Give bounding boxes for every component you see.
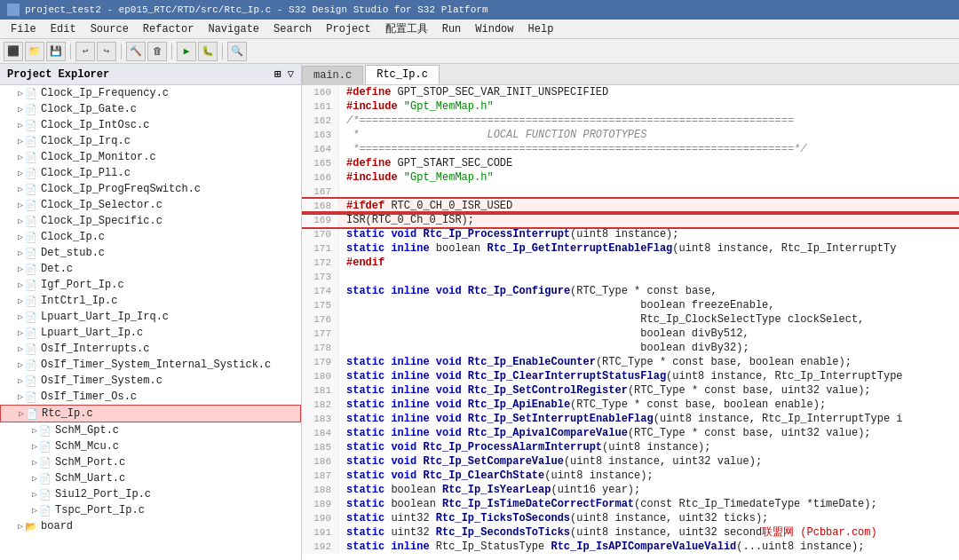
sidebar-item-Clock_Ip_Frequency_c[interactable]: ▷ 📄 Clock_Ip_Frequency.c: [0, 85, 301, 101]
sidebar-item-OsIf_Timer_Os_c[interactable]: ▷ 📄 OsIf_Timer_Os.c: [0, 389, 301, 405]
menu-item-project[interactable]: Project: [319, 21, 377, 37]
toolbar: ⬛ 📁 💾 ↩ ↪ 🔨 🗑 ▶ 🐛 🔍: [0, 39, 959, 64]
sidebar-item-Det_c[interactable]: ▷ 📄 Det.c: [0, 261, 301, 277]
toolbar-btn-7[interactable]: 🗑: [147, 42, 167, 61]
menu-item-refactor[interactable]: Refactor: [136, 21, 202, 37]
expand-arrow-Rtc_Ip.c: ▷: [19, 408, 24, 419]
line-number: 163: [302, 128, 339, 142]
tab-main_c[interactable]: main.c: [302, 66, 363, 84]
toolbar-btn-1[interactable]: ⬛: [4, 42, 23, 61]
menu-item-source[interactable]: Source: [83, 21, 136, 37]
sidebar-item-SchM_Gpt_c[interactable]: ▷ 📄 SchM_Gpt.c: [0, 422, 301, 438]
toolbar-btn-5[interactable]: ↪: [97, 42, 116, 61]
sidebar-item-Clock_Ip_IntOsc_c[interactable]: ▷ 📄 Clock_Ip_IntOsc.c: [0, 117, 301, 133]
toolbar-btn-4[interactable]: ↩: [75, 42, 95, 61]
sidebar-filter-icon[interactable]: ⊞ ▽: [274, 67, 294, 81]
line-number: 189: [302, 497, 339, 511]
menu-item-run[interactable]: Run: [435, 21, 469, 37]
file-icon: 📄: [25, 312, 37, 323]
sidebar-item-OsIf_Timer_System_c[interactable]: ▷ 📄 OsIf_Timer_System.c: [0, 373, 301, 389]
expand-arrow-Clock_Ip.c: ▷: [18, 232, 23, 242]
file-icon: 📄: [25, 104, 37, 115]
sidebar-label: Clock_Ip_Gate.c: [41, 103, 137, 115]
sidebar-item-SchM_Uart_c[interactable]: ▷ 📄 SchM_Uart.c: [0, 470, 301, 486]
sidebar-item-OsIf_Interrupts_c[interactable]: ▷ 📄 OsIf_Interrupts.c: [0, 341, 301, 357]
code-line-162: 162/*===================================…: [302, 114, 959, 128]
code-line-189: 189static boolean Rtc_Ip_IsTimeDateCorre…: [302, 497, 959, 511]
code-editor[interactable]: 160#define GPT_STOP_SEC_VAR_INIT_UNSPECI…: [302, 85, 959, 560]
main-area: Project Explorer ⊞ ▽ ▷ 📄 Clock_Ip_Freque…: [0, 64, 959, 560]
sidebar-item-Clock_Ip_Selector_c[interactable]: ▷ 📄 Clock_Ip_Selector.c: [0, 197, 301, 213]
sidebar-item-Clock_Ip_Gate_c[interactable]: ▷ 📄 Clock_Ip_Gate.c: [0, 101, 301, 117]
sidebar-item-Siul2_Port_Ip_c[interactable]: ▷ 📄 Siul2_Port_Ip.c: [0, 486, 301, 502]
toolbar-btn-6[interactable]: 🔨: [126, 42, 146, 61]
toolbar-btn-debug[interactable]: 🐛: [198, 42, 218, 61]
file-icon: 📄: [25, 232, 37, 243]
sidebar-item-OsIf_Timer_System_Internal_Systick_c[interactable]: ▷ 📄 OsIf_Timer_System_Internal_Systick.c: [0, 357, 301, 373]
sidebar-item-Clock_Ip_Pll_c[interactable]: ▷ 📄 Clock_Ip_Pll.c: [0, 165, 301, 181]
menu-item-help[interactable]: Help: [521, 21, 561, 37]
menu-item-search[interactable]: Search: [266, 21, 319, 37]
line-number: 190: [302, 511, 339, 525]
code-line-161: 161#include "Gpt_MemMap.h": [302, 99, 959, 114]
expand-arrow-Clock_Ip_Pll.c: ▷: [18, 168, 23, 178]
file-icon: 📄: [39, 441, 52, 453]
code-line-183: 183static inline void Rtc_Ip_SetInterrup…: [302, 412, 959, 426]
menu-item-file[interactable]: File: [4, 21, 44, 37]
code-line-168: 168#ifdef RTC_0_CH_0_ISR_USED: [302, 199, 959, 213]
code-line-163: 163 * LOCAL FUNCTION PROTOTYPES: [302, 128, 959, 142]
code-line-165: 165#define GPT_START_SEC_CODE: [302, 156, 959, 170]
code-line-177: 177 boolean divBy512,: [302, 327, 959, 341]
line-content: static uint32 Rtc_Ip_TicksToSeconds(uint…: [339, 511, 768, 525]
tab-Rtc_Ip_c[interactable]: Rtc_Ip.c: [365, 65, 440, 84]
sidebar-item-SchM_Port_c[interactable]: ▷ 📄 SchM_Port.c: [0, 454, 301, 470]
sidebar-item-Igf_Port_Ip_c[interactable]: ▷ 📄 Igf_Port_Ip.c: [0, 277, 301, 293]
sidebar-item-Clock_Ip_c[interactable]: ▷ 📄 Clock_Ip.c: [0, 229, 301, 245]
sidebar-label: SchM_Port.c: [55, 456, 125, 469]
sidebar-item-Rtc_Ip_c[interactable]: ▷ 📄 Rtc_Ip.c: [0, 405, 301, 422]
line-content: static inline void Rtc_Ip_EnableCounter(…: [339, 355, 852, 369]
toolbar-btn-search[interactable]: 🔍: [227, 42, 247, 61]
menu-item-window[interactable]: Window: [468, 21, 520, 37]
sidebar-label: Clock_Ip_Frequency.c: [41, 87, 169, 99]
sidebar-item-Clock_Ip_Irq_c[interactable]: ▷ 📄 Clock_Ip_Irq.c: [0, 133, 301, 149]
sidebar-item-board[interactable]: ▷ 📂 board: [0, 518, 301, 534]
sidebar-item-Clock_Ip_Specific_c[interactable]: ▷ 📄 Clock_Ip_Specific.c: [0, 213, 301, 229]
toolbar-btn-3[interactable]: 💾: [46, 42, 66, 61]
code-line-164: 164 *===================================…: [302, 142, 959, 156]
file-icon: 📄: [25, 327, 37, 339]
line-content: #include "Gpt_MemMap.h": [339, 170, 494, 185]
code-line-167: 167: [302, 185, 959, 199]
file-icon: 📄: [25, 248, 37, 259]
sidebar-item-IntCtrl_Ip_c[interactable]: ▷ 📄 IntCtrl_Ip.c: [0, 293, 301, 309]
sidebar-label: Det_stub.c: [41, 247, 105, 259]
file-icon: 📄: [39, 505, 52, 517]
line-number: 179: [302, 355, 339, 369]
code-line-160: 160#define GPT_STOP_SEC_VAR_INIT_UNSPECI…: [302, 85, 959, 99]
sidebar-item-Lpuart_Uart_Ip_c[interactable]: ▷ 📄 Lpuart_Uart_Ip.c: [0, 325, 301, 341]
sidebar-item-Det_stub_c[interactable]: ▷ 📄 Det_stub.c: [0, 245, 301, 261]
line-content: * LOCAL FUNCTION PROTOTYPES: [339, 128, 646, 142]
sidebar-label: SchM_Uart.c: [55, 472, 125, 485]
menu-item-navigate[interactable]: Navigate: [201, 21, 266, 37]
sidebar-item-Clock_Ip_Monitor_c[interactable]: ▷ 📄 Clock_Ip_Monitor.c: [0, 149, 301, 165]
sidebar-item-SchM_Mcu_c[interactable]: ▷ 📄 SchM_Mcu.c: [0, 438, 301, 454]
line-number: 183: [302, 412, 339, 426]
menu-item-edit[interactable]: Edit: [44, 21, 83, 37]
expand-arrow-SchM_Uart.c: ▷: [32, 473, 37, 484]
line-number: 171: [302, 241, 339, 256]
sidebar-item-Clock_Ip_ProgFreqSwitch_c[interactable]: ▷ 📄 Clock_Ip_ProgFreqSwitch.c: [0, 181, 301, 197]
line-number: 182: [302, 398, 339, 412]
toolbar-btn-run[interactable]: ▶: [177, 42, 196, 61]
line-content: boolean freezeEnable,: [339, 298, 774, 312]
sidebar-item-Lpuart_Uart_Ip_Irq_c[interactable]: ▷ 📄 Lpuart_Uart_Ip_Irq.c: [0, 309, 301, 325]
file-icon: 📄: [25, 184, 37, 195]
file-icon: 📄: [25, 168, 37, 179]
sidebar-label: Clock_Ip_Irq.c: [41, 135, 131, 147]
toolbar-sep-1: [70, 43, 71, 59]
sidebar-item-Tspc_Port_Ip_c[interactable]: ▷ 📄 Tspc_Port_Ip.c: [0, 502, 301, 518]
toolbar-btn-2[interactable]: 📁: [25, 42, 44, 61]
line-content: static inline boolean Rtc_Ip_GetInterrup…: [339, 241, 896, 256]
menu-item-配置工具[interactable]: 配置工具: [378, 20, 435, 38]
line-content: boolean divBy32);: [339, 341, 749, 355]
